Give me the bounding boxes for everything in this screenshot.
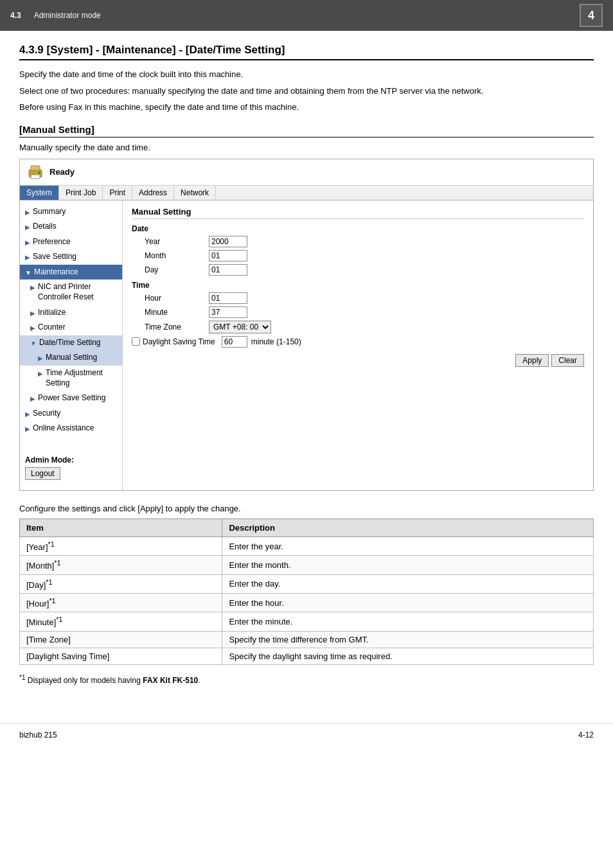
tab-system[interactable]: System [20, 186, 59, 200]
arrow-icon: ▶ [25, 208, 30, 217]
sidebar-item-save-setting[interactable]: ▶ Save Setting [20, 249, 122, 265]
table-header-item: Item [20, 519, 222, 537]
tab-bar: System Print Job Print Address Network [20, 186, 593, 200]
table-row: [Minute]*1Enter the minute. [20, 612, 594, 631]
year-input[interactable] [209, 236, 247, 247]
section-title-header: Administrator mode [34, 11, 580, 20]
printer-icon [26, 163, 44, 181]
tab-print[interactable]: Print [103, 186, 132, 200]
description-intro: Configure the settings and click [Apply]… [19, 504, 594, 513]
time-label: Time [132, 281, 584, 290]
table-row: [Daylight Saving Time]Specify the daylig… [20, 648, 594, 664]
table-cell-desc: Enter the hour. [222, 593, 594, 612]
dst-hint: minute (1-150) [251, 337, 301, 346]
sidebar-item-initialize[interactable]: ▶ Initialize [20, 305, 122, 321]
arrow-icon: ▶ [30, 283, 35, 292]
sidebar-item-manual-setting[interactable]: ▶ Manual Setting [20, 350, 122, 366]
sidebar-item-maintenance[interactable]: ▼ Maintenance [20, 265, 122, 280]
table-cell-desc: Enter the year. [222, 537, 594, 556]
tab-printjob[interactable]: Print Job [59, 186, 103, 200]
sidebar-label-power-save: Power Save Setting [38, 393, 105, 403]
sidebar-label-datetime: Date/Time Setting [39, 338, 101, 348]
year-label: Year [132, 237, 209, 246]
month-input[interactable] [209, 250, 247, 261]
apply-button[interactable]: Apply [515, 354, 549, 367]
page-footer: bizhub 215 4-12 [0, 723, 613, 746]
arrow-icon: ▶ [38, 369, 43, 378]
screenshot-inner: Ready System Print Job Print Address Net… [20, 159, 593, 491]
admin-mode-label: Admin Mode: [25, 456, 117, 465]
sidebar-label-summary: Summary [33, 207, 66, 217]
sidebar-label-initialize: Initialize [38, 308, 66, 318]
sidebar-item-counter[interactable]: ▶ Counter [20, 320, 122, 335]
timezone-select[interactable]: GMT +08: 00 [209, 321, 271, 333]
table-cell-desc: Enter the month. [222, 556, 594, 574]
hour-input[interactable] [209, 292, 247, 304]
intro-text-1: Specify the date and time of the clock b… [19, 68, 594, 81]
table-header-desc: Description [222, 519, 594, 537]
panel-title: Manual Setting [132, 207, 584, 219]
sidebar-label-time-adjustment: Time Adjustment Setting [46, 368, 117, 388]
logout-button[interactable]: Logout [25, 467, 60, 480]
dst-checkbox[interactable] [132, 337, 140, 346]
content-split: ▶ Summary ▶ Details ▶ Preference ▶ Save … [20, 200, 593, 491]
manual-setting-intro: Manually specify the date and time. [19, 143, 594, 152]
svg-point-3 [38, 172, 40, 174]
sidebar-item-time-adjustment[interactable]: ▶ Time Adjustment Setting [20, 366, 122, 391]
description-table: Item Description [Year]*1Enter the year.… [19, 518, 594, 665]
main-content: 4.3.9 [System] - [Maintenance] - [Date/T… [0, 31, 613, 698]
sidebar-item-online-assistance[interactable]: ▶ Online Assistance [20, 421, 122, 436]
intro-text-2: Select one of two procedures: manually s… [19, 85, 594, 98]
sidebar-label-manual-setting: Manual Setting [46, 353, 97, 363]
arrow-icon: ▼ [25, 269, 31, 277]
main-panel: Manual Setting Date Year Month Day T [123, 200, 593, 491]
screenshot-box: Ready System Print Job Print Address Net… [19, 159, 594, 492]
sidebar-bottom: Admin Mode: Logout [20, 449, 122, 486]
table-cell-desc: Enter the minute. [222, 612, 594, 631]
tab-network[interactable]: Network [174, 186, 216, 200]
machine-status-bar: Ready [20, 159, 593, 186]
section-number: 4.3 [10, 11, 21, 20]
day-label: Day [132, 265, 209, 274]
sidebar-label-maintenance: Maintenance [34, 267, 78, 278]
page-title: 4.3.9 [System] - [Maintenance] - [Date/T… [19, 44, 594, 60]
sidebar-label-nic-reset: NIC and Printer Controller Reset [38, 282, 117, 302]
svg-rect-2 [31, 175, 40, 179]
year-row: Year [132, 236, 584, 247]
sidebar-item-datetime[interactable]: ▼ Date/Time Setting [20, 335, 122, 351]
sidebar-item-security[interactable]: ▶ Security [20, 406, 122, 421]
month-label: Month [132, 251, 209, 260]
sidebar-item-details[interactable]: ▶ Details [20, 219, 122, 235]
footer-product: bizhub 215 [19, 731, 57, 740]
table-cell-item: [Day]*1 [20, 574, 222, 593]
arrow-icon: ▶ [30, 394, 35, 403]
day-row: Day [132, 264, 584, 276]
sidebar-item-nic-reset[interactable]: ▶ NIC and Printer Controller Reset [20, 279, 122, 305]
table-cell-item: [Year]*1 [20, 537, 222, 556]
sidebar-item-power-save[interactable]: ▶ Power Save Setting [20, 391, 122, 406]
chapter-badge: 4 [580, 4, 603, 27]
arrow-icon: ▶ [25, 425, 30, 433]
table-cell-desc: Enter the day. [222, 574, 594, 593]
tab-address[interactable]: Address [132, 186, 174, 200]
minute-input[interactable] [209, 306, 247, 318]
sidebar-item-preference[interactable]: ▶ Preference [20, 235, 122, 250]
machine-status-text: Ready [49, 167, 75, 177]
dst-input[interactable] [222, 336, 247, 348]
dst-label: Daylight Saving Time [143, 337, 215, 346]
arrow-icon: ▶ [25, 253, 30, 261]
table-row: [Year]*1Enter the year. [20, 537, 594, 556]
footer-page: 4-12 [578, 731, 594, 740]
header-bar: 4.3 Administrator mode 4 [0, 0, 613, 31]
arrow-icon: ▶ [30, 324, 35, 332]
sidebar-label-details: Details [33, 222, 57, 232]
clear-button[interactable]: Clear [551, 354, 584, 367]
table-cell-item: [Minute]*1 [20, 612, 222, 631]
table-cell-item: [Hour]*1 [20, 593, 222, 612]
table-row: [Month]*1Enter the month. [20, 556, 594, 574]
arrow-icon: ▶ [30, 309, 35, 317]
table-cell-item: [Month]*1 [20, 556, 222, 574]
day-input[interactable] [209, 264, 247, 276]
sidebar-item-summary[interactable]: ▶ Summary [20, 204, 122, 220]
manual-setting-heading: [Manual Setting] [19, 124, 594, 137]
